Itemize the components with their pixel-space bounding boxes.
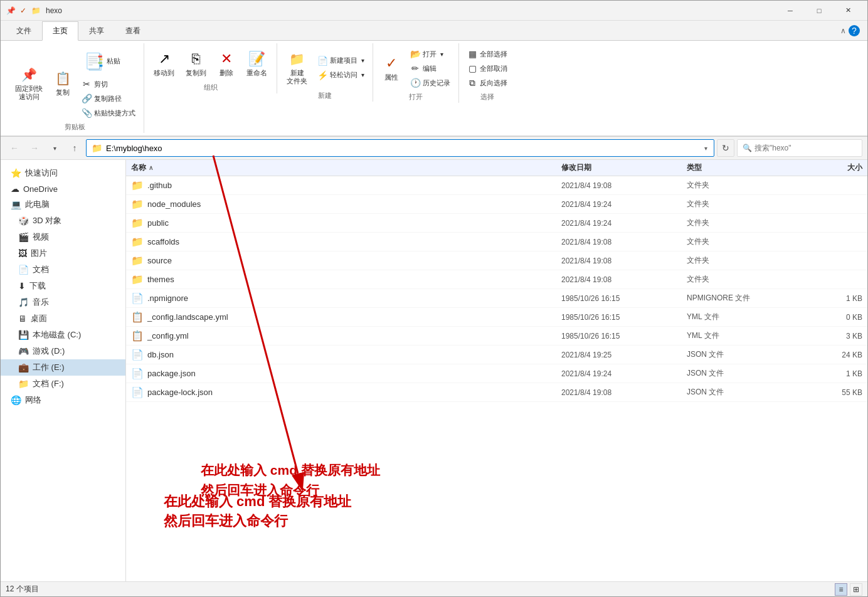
sidebar-item-docs-f[interactable]: 📁 文档 (F:) [1,376,125,392]
search-input[interactable] [754,144,857,152]
back-button[interactable]: ← [6,139,23,157]
easy-access-button[interactable]: ⚡ 轻松访问 ▾ [314,68,368,82]
minimize-button[interactable]: ─ [776,1,805,21]
sidebar-item-work-e[interactable]: 💼 工作 (E:) [1,359,125,376]
3dobjects-icon: 🎲 [18,216,29,226]
file-type: 文件夹 [687,255,800,266]
file-name: package.json [147,369,196,378]
file-name-cell: 📁 scaffolds [131,236,561,248]
easy-access-label: 轻松访问 [330,70,357,80]
file-row[interactable]: 📄 package-lock.json 2021/8/4 19:08 JSON … [126,383,867,402]
open-arrow: ▾ [440,51,443,58]
col-date-header[interactable]: 修改日期 [561,162,687,173]
sidebar-item-quickaccess[interactable]: ⭐ 快速访问 [1,165,125,181]
organize-label: 组织 [204,83,218,93]
history-label: 历史记录 [423,78,450,88]
new-item-button[interactable]: 📄 新建项目 ▾ [314,54,368,68]
select-none-button[interactable]: ▢ 全部取消 [464,61,511,75]
details-view-button[interactable]: ≡ [835,583,847,596]
ribbon-content: 📌 固定到快速访问 📋 复制 📑 粘贴 [1,41,867,136]
tab-home[interactable]: 主页 [42,21,78,41]
col-type-header[interactable]: 类型 [687,162,800,173]
close-button[interactable]: ✕ [834,1,862,21]
sidebar-item-local-c[interactable]: 💾 本地磁盘 (C:) [1,327,125,343]
local-c-icon: 💾 [18,330,29,340]
copy-to-button[interactable]: ⎘ 复制到 [181,47,211,80]
sidebar-item-3dobjects[interactable]: 🎲 3D 对象 [1,213,125,229]
sidebar-item-thispc[interactable]: 💻 此电脑 [1,196,125,213]
organize-buttons: ↗ 移动到 ⎘ 复制到 ✕ 删除 📝 重命名 [149,45,272,83]
ribbon-collapse-icon[interactable]: ∧ [840,26,846,35]
file-row[interactable]: 📁 node_modules 2021/8/4 19:24 文件夹 [126,195,867,214]
address-dropdown-icon[interactable]: ▾ [703,144,709,153]
file-row[interactable]: 📄 .npmignore 1985/10/26 16:15 NPMIGNORE … [126,289,867,308]
rename-button[interactable]: 📝 重命名 [242,47,272,80]
edit-button[interactable]: ✏ 编辑 [407,61,453,75]
sidebar-item-label: 文档 (F:) [33,378,64,389]
address-input[interactable] [106,144,699,153]
sidebar-item-downloads[interactable]: ⬇ 下载 [1,278,125,294]
col-name-header[interactable]: 名称 ∧ [131,162,561,173]
file-row[interactable]: 📋 _config.landscape.yml 1985/10/26 16:15… [126,308,867,327]
paste-shortcut-button[interactable]: 📎 粘贴快捷方式 [78,106,139,120]
select-all-button[interactable]: ▦ 全部选择 [464,47,511,61]
copy-button[interactable]: 📋 复制 [50,66,76,100]
sidebar-item-video[interactable]: 🎬 视频 [1,229,125,245]
history-button[interactable]: 🕐 历史记录 [407,76,453,90]
paste-button[interactable]: 📑 粘贴 [78,47,125,76]
open-label: 打开 [409,92,423,103]
file-name-cell: 📄 .npmignore [131,292,561,304]
new-item-arrow: ▾ [361,57,364,64]
file-name: source [147,256,172,265]
properties-button[interactable]: ✓ 属性 [378,51,405,85]
move-to-button[interactable]: ↗ 移动到 [149,47,179,80]
sidebar-item-desktop[interactable]: 🖥 桌面 [1,310,125,327]
file-row[interactable]: 📁 public 2021/8/4 19:24 文件夹 [126,214,867,233]
sidebar-item-network[interactable]: 🌐 网络 [1,392,125,408]
file-type: 文件夹 [687,218,800,228]
tab-share[interactable]: 共享 [78,21,115,41]
onedrive-icon: ☁ [11,184,19,194]
ribbon-help-icon[interactable]: ? [849,25,860,36]
file-row[interactable]: 📋 _config.yml 1985/10/26 16:15 YML 文件 3 … [126,327,867,346]
cut-button[interactable]: ✂ 剪切 [78,77,139,91]
large-icons-view-button[interactable]: ⊞ [850,583,862,596]
up-button[interactable]: ↑ [66,139,83,157]
file-row[interactable]: 📁 .github 2021/8/4 19:08 文件夹 [126,176,867,195]
file-date: 2021/8/4 19:08 [561,238,687,246]
pin-quick-access-button[interactable]: 📌 固定到快速访问 [11,63,47,104]
file-row[interactable]: 📁 source 2021/8/4 19:08 文件夹 [126,251,867,270]
sidebar-item-onedrive[interactable]: ☁ OneDrive [1,181,125,196]
file-name: package-lock.json [147,388,213,397]
col-type-label: 类型 [687,163,702,172]
file-row[interactable]: 📄 db.json 2021/8/4 19:25 JSON 文件 24 KB [126,346,867,364]
sidebar-item-pictures[interactable]: 🖼 图片 [1,245,125,262]
copy-path-button[interactable]: 🔗 复制路径 [78,92,139,105]
dropdown-button[interactable]: ▾ [46,139,63,157]
copy-to-label: 复制到 [186,69,206,77]
file-size: 1 KB [800,369,862,378]
sidebar-item-games-d[interactable]: 🎮 游戏 (D:) [1,343,125,359]
col-size-header[interactable]: 大小 [800,162,862,173]
open-button[interactable]: 📂 打开 ▾ [407,47,453,61]
sidebar-item-music[interactable]: 🎵 音乐 [1,294,125,310]
file-name-cell: 📁 themes [131,273,561,285]
invert-selection-button[interactable]: ⧉ 反向选择 [464,76,511,90]
file-row[interactable]: 📄 package.json 2021/8/4 19:24 JSON 文件 1 … [126,364,867,383]
file-row[interactable]: 📁 scaffolds 2021/8/4 19:08 文件夹 [126,233,867,251]
file-size: 24 KB [800,351,862,359]
file-row[interactable]: 📁 themes 2021/8/4 19:08 文件夹 [126,270,867,289]
maximize-button[interactable]: □ [805,1,834,21]
new-folder-button[interactable]: 📁 新建文件夹 [282,47,312,88]
tab-file[interactable]: 文件 [6,21,42,41]
json-icon: 📄 [131,367,144,379]
file-name-cell: 📁 public [131,217,561,229]
sidebar-item-documents[interactable]: 📄 文档 [1,262,125,278]
delete-button[interactable]: ✕ 删除 [213,47,240,80]
pin-label: 固定到快速访问 [15,85,43,101]
forward-button[interactable]: → [26,139,43,157]
address-bar[interactable]: 📁 ▾ [86,139,714,157]
refresh-button[interactable]: ↻ [717,139,734,157]
paste-icon: 📑 [83,50,105,73]
tab-view[interactable]: 查看 [115,21,151,41]
